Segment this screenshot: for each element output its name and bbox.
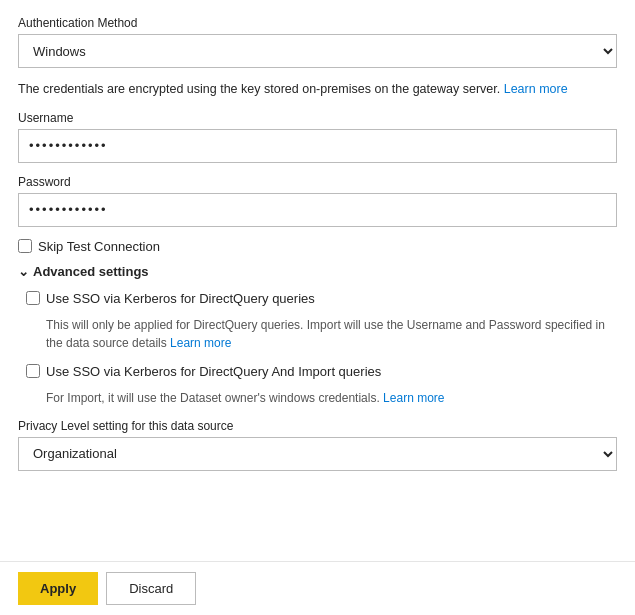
credentials-info: The credentials are encrypted using the … bbox=[18, 80, 617, 99]
sso2-learn-more-link[interactable]: Learn more bbox=[383, 391, 444, 405]
chevron-down-icon: ⌄ bbox=[18, 264, 29, 279]
skip-test-label[interactable]: Skip Test Connection bbox=[38, 239, 160, 254]
sso2-description: For Import, it will use the Dataset owne… bbox=[46, 389, 617, 407]
sso1-label[interactable]: Use SSO via Kerberos for DirectQuery que… bbox=[46, 291, 315, 306]
privacy-label: Privacy Level setting for this data sour… bbox=[18, 419, 617, 433]
advanced-settings-toggle[interactable]: ⌄ Advanced settings bbox=[18, 264, 617, 279]
sso1-block: Use SSO via Kerberos for DirectQuery que… bbox=[26, 291, 617, 352]
sso2-label[interactable]: Use SSO via Kerberos for DirectQuery And… bbox=[46, 364, 381, 379]
footer: Apply Discard bbox=[0, 561, 635, 615]
auth-method-label: Authentication Method bbox=[18, 16, 617, 30]
sso1-description: This will only be applied for DirectQuer… bbox=[46, 316, 617, 352]
advanced-settings-label: Advanced settings bbox=[33, 264, 149, 279]
discard-button[interactable]: Discard bbox=[106, 572, 196, 605]
sso1-checkbox[interactable] bbox=[26, 291, 40, 305]
password-input[interactable] bbox=[18, 193, 617, 227]
auth-method-select[interactable]: Windows Basic Anonymous OAuth2 bbox=[18, 34, 617, 68]
privacy-select[interactable]: None Private Organizational Public bbox=[18, 437, 617, 471]
sso2-block: Use SSO via Kerberos for DirectQuery And… bbox=[26, 364, 617, 407]
sso2-checkbox[interactable] bbox=[26, 364, 40, 378]
apply-button[interactable]: Apply bbox=[18, 572, 98, 605]
credentials-learn-more-link[interactable]: Learn more bbox=[504, 82, 568, 96]
sso1-learn-more-link[interactable]: Learn more bbox=[170, 336, 231, 350]
skip-test-checkbox[interactable] bbox=[18, 239, 32, 253]
advanced-settings-section: Use SSO via Kerberos for DirectQuery que… bbox=[18, 291, 617, 407]
username-label: Username bbox=[18, 111, 617, 125]
username-input[interactable] bbox=[18, 129, 617, 163]
password-label: Password bbox=[18, 175, 617, 189]
